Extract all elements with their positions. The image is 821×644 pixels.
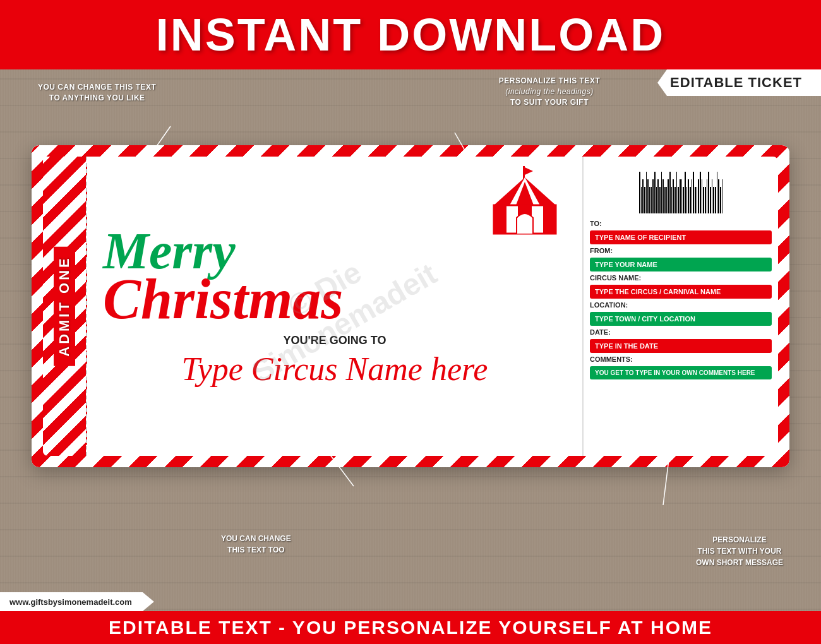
youre-going-text: YOU'RE GOING TO xyxy=(103,334,566,347)
ticket-inner: ADMIT ONE xyxy=(43,157,778,456)
from-label: FROM: xyxy=(590,247,772,254)
ticket-wrapper: ADMIT ONE xyxy=(32,145,789,467)
info-section: TO: TYPE NAME OF RECIPIENT FROM: TYPE YO… xyxy=(584,217,778,456)
circus-name-text: Type Circus Name here xyxy=(103,350,566,388)
annotation-top-right-text: PERSONALIZE THIS TEXT(including the head… xyxy=(499,76,601,107)
annotation-bottom-right: PERSONALIZETHIS TEXT WITH YOUROWN SHORT … xyxy=(696,534,783,568)
circus-label: CIRCUS NAME: xyxy=(590,274,772,282)
annotation-bottom-left: YOU CAN CHANGETHIS TEXT TOO xyxy=(221,533,291,556)
comments-value: YOU GET TO TYPE IN YOUR OWN COMMENTS HER… xyxy=(590,366,772,379)
website-url: www.giftsbysimonemadeit.com xyxy=(9,597,132,607)
top-banner: INSTANT DOWNLOAD xyxy=(0,0,821,69)
ticket-body: Merry Christmas YOU'RE GOING TO Type Cir… xyxy=(87,157,582,456)
circus-value: TYPE THE CIRCUS / CARNIVAL NAME xyxy=(590,285,772,299)
svg-rect-14 xyxy=(494,205,506,234)
admit-text: ADMIT ONE xyxy=(54,246,75,366)
barcode-area xyxy=(584,157,778,217)
bottom-banner-text: EDITABLE TEXT - YOU PERSONALIZE YOURSELF… xyxy=(109,617,712,638)
from-value: TYPE YOUR NAME xyxy=(590,258,772,271)
website-banner: www.giftsbysimonemadeit.com xyxy=(0,592,154,611)
annotation-bottom-left-text: YOU CAN CHANGETHIS TEXT TOO xyxy=(221,534,291,554)
circus-tent-icon xyxy=(488,166,563,238)
comments-label: COMMENTS: xyxy=(590,355,772,363)
to-label: TO: xyxy=(590,220,772,227)
top-banner-text: INSTANT DOWNLOAD xyxy=(156,9,666,61)
bottom-banner: EDITABLE TEXT - YOU PERSONALIZE YOURSELF… xyxy=(0,611,821,644)
location-label: LOCATION: xyxy=(590,301,772,309)
svg-marker-9 xyxy=(525,167,533,175)
date-value: TYPE IN THE DATE xyxy=(590,339,772,353)
to-value: TYPE NAME OF RECIPIENT xyxy=(590,230,772,244)
christmas-text: Christmas xyxy=(103,271,566,328)
annotation-top-right: PERSONALIZE THIS TEXT(including the head… xyxy=(379,76,720,107)
ticket: ADMIT ONE xyxy=(32,145,789,467)
location-value: TYPE TOWN / CITY LOCATION xyxy=(590,312,772,326)
ticket-right-panel: TO: TYPE NAME OF RECIPIENT FROM: TYPE YO… xyxy=(582,157,778,456)
date-label: DATE: xyxy=(590,328,772,336)
annotation-bottom-right-text: PERSONALIZETHIS TEXT WITH YOUROWN SHORT … xyxy=(696,535,783,567)
admit-stub: ADMIT ONE xyxy=(43,157,87,456)
annotation-top-left: YOU CAN CHANGE THIS TEXTTO ANYTHING YOU … xyxy=(38,82,156,104)
annotation-top-left-text: YOU CAN CHANGE THIS TEXTTO ANYTHING YOU … xyxy=(38,83,156,102)
barcode xyxy=(593,163,769,213)
svg-rect-16 xyxy=(543,205,556,234)
